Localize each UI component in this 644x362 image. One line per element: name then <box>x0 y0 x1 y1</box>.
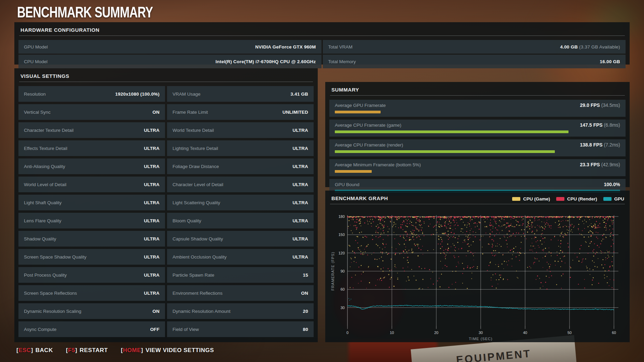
settings-row-label: Vertical Sync <box>24 110 51 115</box>
summary-row-label: GPU Bound <box>335 182 359 187</box>
hardware-row: Total VRAM 4.00 GB (3.37 GB Available) <box>323 40 626 54</box>
visual-setting-row: Light Scattering Quality ULTRA <box>167 195 314 210</box>
summary-row-value: 147.5 FPS (6.8ms) <box>580 122 620 128</box>
settings-row-value-main: 16.00 GB <box>600 59 620 64</box>
hint-view-video-settings[interactable]: [HOME]VIEW VIDEO SETTINGS <box>121 347 214 354</box>
settings-row-value: 80 <box>303 327 308 332</box>
settings-row-label: Frame Rate Limit <box>173 110 208 115</box>
settings-row-label: Total VRAM <box>328 44 353 50</box>
benchmark-graph-panel: BENCHMARK GRAPH CPU (Game)CPU (Render)GP… <box>325 191 630 342</box>
legend-label: GPU <box>614 196 624 201</box>
settings-row-value: ULTRA <box>292 164 308 169</box>
visual-settings-panel: VISUAL SETTINGS Resolution 1920x1080 (10… <box>14 68 318 342</box>
hardware-row: GPU Model NVIDIA GeForce GTX 960M <box>18 40 321 54</box>
settings-row-label: World Level of Detail <box>24 182 66 187</box>
settings-row-label: Dynamic Resolution Amount <box>173 309 231 314</box>
legend-item: CPU (Render) <box>556 196 597 201</box>
settings-row-value-main: ULTRA <box>144 236 160 241</box>
settings-row-label: Total Memory <box>328 59 356 64</box>
settings-row-value-main: ULTRA <box>144 128 160 133</box>
visual-setting-row: Light Shaft Quality ULTRA <box>18 195 165 210</box>
legend-swatch-icon <box>603 197 612 201</box>
settings-row-label: World Texture Detail <box>173 128 214 133</box>
key-name: HOME <box>123 347 141 353</box>
legend-item: CPU (Game) <box>512 196 550 201</box>
visual-setting-row: Bloom Quality ULTRA <box>167 213 314 228</box>
settings-row-value-main: ULTRA <box>292 128 308 133</box>
settings-row-label: Particle Spawn Rate <box>173 273 214 278</box>
svg-text:180: 180 <box>339 214 345 219</box>
summary-row-value: 23.3 FPS (42.9ms) <box>580 162 620 167</box>
settings-row-value-main: 20 <box>303 309 308 314</box>
summary-row-label: Average Minimum Framerate (bottom 5%) <box>335 162 421 167</box>
settings-row-label: Environment Reflections <box>173 291 222 296</box>
graph-legend: CPU (Game)CPU (Render)GPU <box>512 196 626 201</box>
settings-row-value: ULTRA <box>292 128 308 133</box>
settings-row-label: Bloom Quality <box>173 218 201 223</box>
summary-row-bar <box>335 130 568 133</box>
settings-row-value-note: (3.37 GB Available) <box>578 44 620 50</box>
settings-row-label: Screen Space Reflections <box>24 291 77 296</box>
summary-row: Average Minimum Framerate (bottom 5%) 23… <box>329 159 626 176</box>
summary-row-label: Average CPU Framerate (render) <box>335 142 403 148</box>
settings-row-value-main: UNLIMITED <box>283 110 308 115</box>
settings-row-label: Dynamic Resolution Scaling <box>24 309 81 314</box>
hardware-row: Total Memory 16.00 GB <box>323 55 626 68</box>
settings-row-label: Light Scattering Quality <box>173 200 220 205</box>
bracket: ] <box>31 347 33 353</box>
settings-row-label: Capsule Shadow Quality <box>173 236 223 241</box>
summary-row-fps: 138.8 FPS <box>580 142 603 148</box>
hint-label: VIEW VIDEO SETTINGS <box>146 347 214 353</box>
svg-text:30: 30 <box>341 306 345 310</box>
settings-row-value: ULTRA <box>144 146 160 151</box>
hardware-row: CPU Model Intel(R) Core(TM) i7-6700HQ CP… <box>18 55 321 68</box>
settings-row-value: 3.41 GB <box>290 92 308 97</box>
settings-row-value: ULTRA <box>144 291 160 296</box>
benchmark-graph-svg: 0102030405060306090120150180TIME (SEC)FR… <box>329 208 626 342</box>
svg-text:30: 30 <box>479 331 483 335</box>
visual-setting-row: Resolution 1920x1080 (100.0%) <box>18 86 165 102</box>
visual-setting-row: Character Level of Detail ULTRA <box>167 177 314 192</box>
legend-label: CPU (Render) <box>567 196 597 201</box>
settings-row-label: CPU Model <box>24 59 47 64</box>
settings-row-label: Lighting Texture Detail <box>173 146 218 151</box>
visual-settings-rows: Resolution 1920x1080 (100.0%) VRAM Usage… <box>18 86 314 337</box>
bracket: ] <box>141 347 143 353</box>
settings-row-value: ULTRA <box>144 164 160 169</box>
settings-row-value-main: ULTRA <box>144 273 160 278</box>
settings-row-value-main: Intel(R) Core(TM) i7-6700HQ CPU @ 2.60GH… <box>216 59 316 64</box>
divider <box>330 95 625 96</box>
settings-row-value-main: 1920x1080 (100.0%) <box>115 92 160 97</box>
settings-row-value-main: ULTRA <box>292 254 308 260</box>
svg-text:150: 150 <box>339 233 345 237</box>
visual-setting-row: Dynamic Resolution Amount 20 <box>167 303 314 319</box>
summary-row-value: 100.0% <box>604 182 620 187</box>
summary-header: SUMMARY <box>329 85 626 95</box>
legend-swatch-icon <box>512 197 520 201</box>
summary-row-fps: 23.3 FPS <box>580 162 600 167</box>
visual-setting-row: Foliage Draw Distance ULTRA <box>167 158 314 174</box>
summary-rows: Average GPU Framerate 29.0 FPS (34.5ms) … <box>329 100 626 196</box>
visual-setting-row: Post Process Quality ULTRA <box>18 267 165 283</box>
settings-row-label: Lens Flare Quality <box>24 218 61 223</box>
svg-text:60: 60 <box>612 331 616 335</box>
settings-row-value-main: ULTRA <box>144 182 160 187</box>
svg-text:90: 90 <box>341 269 345 273</box>
settings-row-label: Post Process Quality <box>24 273 67 278</box>
hint-restart[interactable]: [F5]RESTART <box>66 347 108 354</box>
settings-row-label: Ambient Occlusion Quality <box>173 254 227 260</box>
hardware-configuration-header: HARDWARE CONFIGURATION <box>18 26 626 36</box>
settings-row-value: ON <box>152 309 160 314</box>
settings-row-value-main: ULTRA <box>144 254 160 260</box>
settings-row-value-main: 3.41 GB <box>290 92 308 97</box>
settings-row-value: ULTRA <box>144 200 160 205</box>
settings-row-label: Screen Space Shadow Quality <box>24 254 86 260</box>
visual-setting-row: Lighting Texture Detail ULTRA <box>167 140 314 156</box>
settings-row-value: ON <box>152 110 160 115</box>
divider <box>19 82 313 82</box>
settings-row-value-main: ULTRA <box>292 164 308 169</box>
hint-back[interactable]: [ESC]BACK <box>16 347 53 354</box>
divider <box>330 204 625 204</box>
svg-text:10: 10 <box>390 331 394 335</box>
svg-text:120: 120 <box>339 251 345 255</box>
